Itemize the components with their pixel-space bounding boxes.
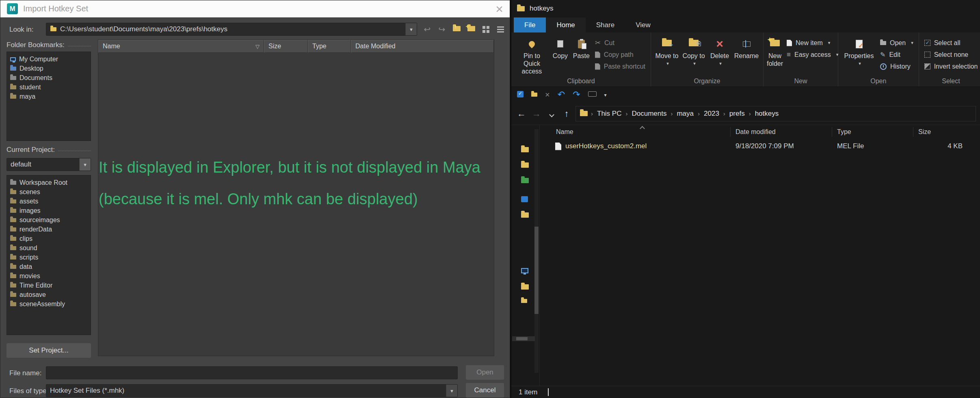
files-of-type-dropdown[interactable]: Hotkey Set Files (*.mhk) ▾ <box>46 384 458 397</box>
folder-icon[interactable] <box>521 162 529 168</box>
copy-button[interactable]: Copy <box>550 35 571 61</box>
project-folder-item[interactable]: Workspace Root <box>7 178 91 187</box>
easy-access-button[interactable]: ≡Easy access▾ <box>784 49 841 60</box>
grid-view-icon[interactable] <box>480 23 492 35</box>
folder-icon[interactable] <box>521 299 527 303</box>
forward-icon[interactable]: → <box>530 108 543 119</box>
project-folder-item[interactable]: renderData <box>7 225 91 234</box>
cut-button[interactable]: ✂Cut <box>592 37 648 48</box>
invert-selection-button[interactable]: Invert selection <box>922 61 980 72</box>
keyboard-icon[interactable] <box>588 91 597 98</box>
project-folder-item[interactable]: movies <box>7 271 91 281</box>
project-folder-item[interactable]: sourceimages <box>7 215 91 225</box>
scrollbar-thumb[interactable] <box>534 227 539 314</box>
paste-button[interactable]: Paste <box>571 35 592 61</box>
project-folder-item[interactable]: scripts <box>7 253 91 262</box>
move-to-button[interactable]: → Move to▾ <box>653 35 680 68</box>
breadcrumb-item-documents[interactable]: Documents <box>628 110 670 118</box>
select-none-button[interactable]: Select none <box>922 49 980 60</box>
breadcrumb-item-this-pc[interactable]: This PC <box>594 110 625 118</box>
ribbon: Pin to Quick access Copy Paste ✂Cut Copy… <box>511 32 980 87</box>
properties-button[interactable]: Properties▾ <box>841 35 877 68</box>
path-dropdown[interactable]: C:\Users\student\Documents\maya\2023\pre… <box>46 23 417 36</box>
customize-toolbar-icon[interactable]: ▾ <box>604 92 607 98</box>
file-name-input[interactable] <box>46 366 458 379</box>
project-folder-item[interactable]: assets <box>7 197 91 206</box>
copy-path-button[interactable]: Copy path <box>592 49 648 60</box>
folder-icon[interactable] <box>521 212 529 218</box>
new-folder-icon[interactable]: + <box>465 23 477 35</box>
sync-folder-icon[interactable] <box>521 178 529 183</box>
back-icon[interactable]: ↩ <box>421 23 433 35</box>
horizontal-scrollbar[interactable] <box>512 336 535 341</box>
group-label-clipboard: Clipboard <box>511 78 651 85</box>
project-folder-item[interactable]: data <box>7 262 91 271</box>
column-header-size[interactable]: Size <box>264 40 308 53</box>
back-icon[interactable]: ← <box>515 108 528 119</box>
forward-icon[interactable]: ↪ <box>436 23 448 35</box>
this-pc-icon[interactable] <box>521 268 528 273</box>
onedrive-icon[interactable] <box>521 196 528 202</box>
paste-shortcut-button[interactable]: Paste shortcut <box>592 61 648 72</box>
history-button[interactable]: History <box>877 61 916 72</box>
up-icon[interactable]: ↑ <box>560 108 573 119</box>
tab-share[interactable]: Share <box>586 17 625 32</box>
cancel-button[interactable]: Cancel <box>466 383 504 398</box>
folder-icon[interactable] <box>521 284 529 290</box>
current-project-dropdown[interactable]: default ▾ <box>6 158 91 171</box>
column-header-name[interactable]: Name ▽ <box>98 40 264 53</box>
column-header-date-modified[interactable]: Date Modified <box>351 40 494 53</box>
column-header-type[interactable]: Type <box>832 127 913 137</box>
chevron-down-icon[interactable]: ▾ <box>446 385 457 397</box>
column-header-date-modified[interactable]: Date modified <box>731 127 832 137</box>
breadcrumb-item-maya[interactable]: maya <box>673 110 697 118</box>
vertical-scrollbar[interactable] <box>534 129 539 373</box>
new-item-button[interactable]: New item▾ <box>784 37 841 48</box>
rename-button[interactable]: Rename <box>732 35 761 61</box>
breadcrumb-item-2023[interactable]: 2023 <box>701 110 723 118</box>
open-button[interactable]: Open <box>466 365 504 380</box>
undo-icon[interactable]: ↶ <box>558 90 565 99</box>
bookmark-item[interactable]: Desktop <box>7 64 91 73</box>
project-folder-item[interactable]: sound <box>7 243 91 253</box>
copy-to-button[interactable]: ⎘ Copy to▾ <box>680 35 707 68</box>
edit-button[interactable]: ✎Edit <box>877 49 916 60</box>
close-icon[interactable]: × <box>495 2 503 15</box>
up-one-level-icon[interactable]: ↑ <box>450 23 463 35</box>
project-folder-item[interactable]: clips <box>7 234 91 243</box>
scrollbar-thumb[interactable] <box>516 337 528 340</box>
bookmark-item[interactable]: student <box>7 82 91 92</box>
project-folder-item[interactable]: autosave <box>7 290 91 299</box>
column-header-size[interactable]: Size <box>913 127 980 137</box>
tab-view[interactable]: View <box>625 17 661 32</box>
list-view-icon[interactable] <box>494 23 506 35</box>
project-folder-item[interactable]: scenes <box>7 187 91 197</box>
set-project-button[interactable]: Set Project... <box>6 343 91 358</box>
breadcrumb-item-hotkeys[interactable]: hotkeys <box>752 110 782 118</box>
folder-icon[interactable] <box>521 147 529 152</box>
redo-icon[interactable]: ↷ <box>573 90 580 99</box>
project-folder-item[interactable]: Time Editor <box>7 281 91 290</box>
column-header-name[interactable]: Name <box>540 127 731 137</box>
new-folder-shortcut-icon[interactable] <box>531 92 537 98</box>
project-folder-item[interactable]: images <box>7 206 91 215</box>
chevron-down-icon[interactable]: ▾ <box>79 158 91 171</box>
file-row[interactable]: userHotkeys_custom2.mel 9/18/2020 7:09 P… <box>540 139 980 154</box>
breadcrumb-item-prefs[interactable]: prefs <box>726 110 748 118</box>
bookmark-item[interactable]: Documents <box>7 73 91 82</box>
project-folder-item[interactable]: sceneAssembly <box>7 299 91 309</box>
recent-locations-icon[interactable] <box>545 108 558 119</box>
tab-file[interactable]: File <box>514 17 546 32</box>
path-dropdown-arrow-icon[interactable]: ▾ <box>405 23 417 35</box>
open-button[interactable]: Open▾ <box>877 37 916 48</box>
pin-to-quick-access-button[interactable]: Pin to Quick access <box>514 35 550 76</box>
column-header-type[interactable]: Type <box>308 40 351 53</box>
bookmark-item[interactable]: My Computer <box>7 54 91 64</box>
bookmark-item[interactable]: maya <box>7 92 91 101</box>
tab-home[interactable]: Home <box>546 17 585 32</box>
delete-button[interactable]: × Delete▾ <box>707 35 732 68</box>
delete-shortcut-icon[interactable]: × <box>545 91 550 99</box>
new-folder-button[interactable]: ✦ New folder <box>766 35 784 68</box>
properties-shortcut-icon[interactable] <box>517 91 524 99</box>
select-all-button[interactable]: Select all <box>922 37 980 48</box>
